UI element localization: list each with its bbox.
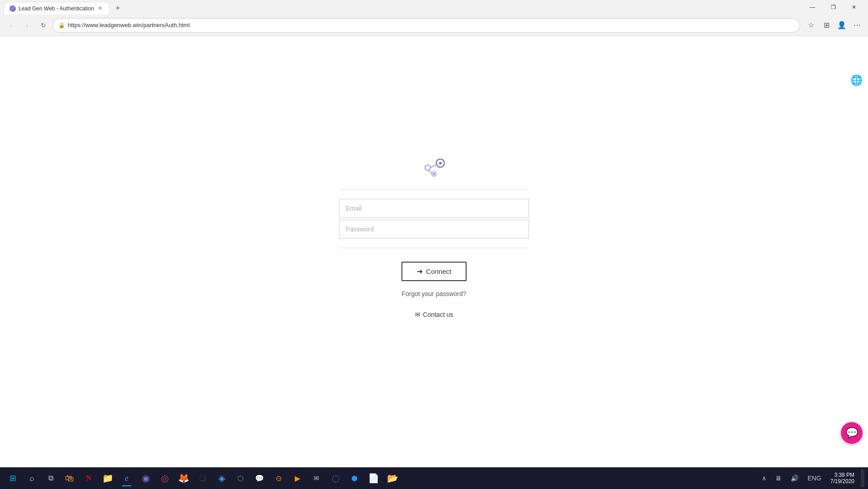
taskbar-search-button[interactable]: ⌕	[23, 469, 41, 487]
contact-area[interactable]: ✉ Contact us	[415, 311, 453, 318]
svg-line-5	[430, 165, 436, 168]
minimize-button[interactable]: —	[802, 0, 823, 14]
url-bar[interactable]: 🔒 https://www.leadgenweb.win/partnersAut…	[52, 18, 800, 33]
active-tab[interactable]: 🔗 Lead Gen Web - Authentication ✕	[4, 2, 110, 14]
email-input[interactable]	[339, 199, 529, 218]
email-form-group	[339, 199, 529, 218]
forgot-password-link[interactable]: Forgot your password?	[401, 290, 466, 297]
refresh-button[interactable]: ↻	[36, 18, 51, 33]
taskbar-app-files[interactable]: 📁	[99, 469, 117, 487]
taskbar-app-edge[interactable]: e	[118, 469, 136, 487]
contact-label: Contact us	[423, 311, 453, 318]
tab-favicon: 🔗	[9, 5, 16, 12]
connect-label: Connect	[426, 268, 452, 275]
taskbar-app-netflix[interactable]: N	[80, 469, 98, 487]
taskbar-app-4[interactable]: ◈	[212, 469, 231, 487]
system-tray: ∧ 🖥 🔊 ENG 3:38 PM 7/19/2020	[758, 469, 864, 487]
tab-close-button[interactable]: ✕	[97, 5, 104, 12]
chat-bubble-button[interactable]: 💬	[841, 422, 863, 444]
taskbar-app-store[interactable]: 🛍	[61, 469, 79, 487]
clock-time: 3:38 PM	[834, 472, 854, 478]
tabs-area: 🔗 Lead Gen Web - Authentication ✕ +	[4, 0, 802, 14]
tray-chevron-icon: ∧	[762, 475, 766, 482]
volume-tray[interactable]: 🔊	[787, 469, 802, 487]
favorites-button[interactable]: ☆	[804, 18, 818, 33]
page-content: 🌐	[0, 36, 868, 467]
svg-point-1	[425, 165, 430, 170]
network-logo-icon	[420, 159, 448, 179]
svg-point-4	[433, 173, 435, 175]
show-desktop-button[interactable]	[861, 469, 864, 487]
chat-icon: 💬	[846, 427, 858, 439]
taskbar-app-2[interactable]: ◎	[156, 469, 174, 487]
connect-button[interactable]: ➜ Connect	[401, 262, 467, 281]
connect-icon: ➜	[417, 267, 423, 276]
task-view-button[interactable]: ⧉	[42, 469, 60, 487]
back-button[interactable]: ‹	[4, 18, 18, 33]
taskbar-app-3[interactable]: ❑	[193, 469, 212, 487]
taskbar-app-firefox[interactable]: 🦊	[175, 469, 193, 487]
taskbar-apps: 🛍 N 📁 e ◉ ◎ 🦊 ❑ ◈ ⬡ 💬 ⊙ ▶ ✉ ◌ ⬢ 📄 📂	[61, 469, 757, 487]
close-button[interactable]: ✕	[844, 0, 864, 14]
globe-icon[interactable]: 🌐	[848, 72, 864, 89]
taskbar-app-5[interactable]: ⬡	[231, 469, 250, 487]
forward-button[interactable]: ›	[20, 18, 34, 33]
taskbar-app-8[interactable]: ⬢	[345, 469, 363, 487]
address-bar: ‹ › ↻ 🔒 https://www.leadgenweb.win/partn…	[0, 14, 868, 36]
taskbar-app-docs[interactable]: 📄	[364, 469, 382, 487]
browser-actions: ☆ ⊞ 👤 ⋯	[804, 18, 864, 33]
volume-icon: 🔊	[791, 475, 798, 482]
window-controls: — ❐ ✕	[802, 0, 864, 14]
password-form-group	[339, 220, 529, 239]
taskbar-app-vlc[interactable]: ▶	[288, 469, 307, 487]
tab-title: Lead Gen Web - Authentication	[19, 5, 94, 12]
taskbar-app-chrome[interactable]: ◌	[326, 469, 344, 487]
network-icon: 🖥	[775, 475, 782, 482]
svg-line-6	[428, 170, 432, 173]
url-text: https://www.leadgenweb.win/partnersAuth.…	[68, 22, 794, 28]
lang-label: ENG	[807, 475, 821, 482]
tray-icons[interactable]: ∧	[758, 469, 770, 487]
browser-frame: 🔗 Lead Gen Web - Authentication ✕ + — ❐ …	[0, 0, 868, 36]
lang-tray[interactable]: ENG	[804, 469, 825, 487]
password-input[interactable]	[339, 220, 529, 239]
taskbar-app-discord[interactable]: 💬	[250, 469, 269, 487]
top-divider	[339, 189, 529, 190]
profile-button[interactable]: 👤	[835, 18, 849, 33]
taskbar-app-1[interactable]: ◉	[137, 469, 155, 487]
clock-area[interactable]: 3:38 PM 7/19/2020	[827, 469, 858, 487]
more-button[interactable]: ⋯	[850, 18, 864, 33]
new-tab-button[interactable]: +	[112, 2, 124, 14]
taskbar-app-explorer[interactable]: 📂	[383, 469, 401, 487]
taskbar-app-6[interactable]: ⊙	[269, 469, 288, 487]
logo-area	[420, 159, 448, 180]
clock-date: 7/19/2020	[830, 478, 854, 484]
taskbar: ⊞ ⌕ ⧉ 🛍 N 📁 e ◉ ◎ 🦊 ❑ ◈ ⬡ 💬 ⊙ ▶ ✉ ◌ ⬢ 📄 …	[0, 467, 868, 489]
restore-button[interactable]: ❐	[823, 0, 844, 14]
taskbar-app-7[interactable]: ✉	[307, 469, 326, 487]
collections-button[interactable]: ⊞	[819, 18, 834, 33]
network-tray[interactable]: 🖥	[772, 469, 785, 487]
login-container: ➜ Connect Forgot your password? ✉ Contac…	[339, 159, 529, 318]
svg-point-3	[439, 162, 442, 165]
lock-icon: 🔒	[58, 22, 65, 28]
start-button[interactable]: ⊞	[4, 469, 22, 487]
envelope-icon: ✉	[415, 311, 420, 318]
title-bar: 🔗 Lead Gen Web - Authentication ✕ + — ❐ …	[0, 0, 868, 14]
bottom-divider	[339, 248, 529, 248]
